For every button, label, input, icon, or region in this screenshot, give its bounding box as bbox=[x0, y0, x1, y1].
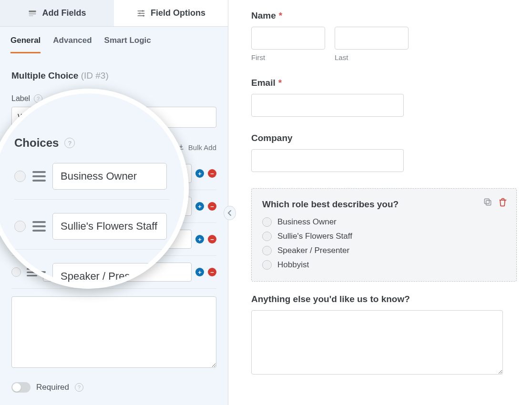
radio-icon bbox=[262, 260, 272, 270]
mc-option-label: Sullie's Flowers Staff bbox=[277, 232, 352, 241]
field-type-name: Multiple Choice bbox=[11, 71, 78, 81]
email-label-text: Email bbox=[251, 78, 276, 88]
remove-choice-button[interactable]: − bbox=[208, 202, 216, 211]
tab-add-fields-label: Add Fields bbox=[42, 8, 86, 18]
extra-field-label: Anything else you'd like us to know? bbox=[251, 294, 517, 304]
required-asterisk: * bbox=[278, 78, 282, 88]
magnifier-choice-row bbox=[14, 163, 170, 190]
tab-field-options-label: Field Options bbox=[151, 8, 205, 18]
mc-field-label: Which role best describes you? bbox=[262, 199, 506, 210]
last-name-input[interactable] bbox=[335, 27, 409, 50]
default-radio[interactable] bbox=[11, 267, 21, 277]
duplicate-icon[interactable] bbox=[483, 197, 492, 207]
email-field-label: Email * bbox=[251, 78, 517, 88]
last-sublabel: Last bbox=[335, 53, 409, 61]
description-textarea[interactable] bbox=[11, 296, 216, 368]
help-icon[interactable]: ? bbox=[75, 383, 83, 392]
required-label: Required bbox=[36, 383, 69, 392]
magnifier-choice-input bbox=[52, 213, 167, 240]
selected-field-actions bbox=[483, 197, 508, 207]
svg-rect-6 bbox=[486, 201, 491, 205]
svg-rect-0 bbox=[29, 10, 36, 12]
name-field-label: Name * bbox=[251, 10, 517, 21]
chevron-left-icon bbox=[227, 210, 232, 216]
remove-choice-button[interactable]: − bbox=[208, 235, 216, 243]
subtab-smart-logic[interactable]: Smart Logic bbox=[104, 36, 151, 53]
company-label-text: Company bbox=[251, 133, 293, 143]
selected-multiple-choice-field[interactable]: Which role best describes you? Business … bbox=[251, 188, 517, 282]
subtab-general[interactable]: General bbox=[10, 36, 41, 53]
magnifier-choice-input bbox=[52, 163, 167, 190]
default-radio bbox=[14, 171, 26, 182]
radio-icon bbox=[262, 232, 272, 241]
company-input[interactable] bbox=[251, 149, 404, 172]
first-name-input[interactable] bbox=[251, 27, 325, 50]
add-choice-button[interactable]: + bbox=[195, 169, 204, 178]
collapse-sidebar-button[interactable] bbox=[224, 206, 236, 220]
mc-option[interactable]: Business Owner bbox=[262, 217, 506, 227]
add-fields-icon bbox=[28, 9, 37, 18]
required-toggle[interactable] bbox=[11, 382, 31, 393]
tab-field-options[interactable]: Field Options bbox=[114, 0, 228, 26]
default-radio bbox=[14, 221, 26, 232]
subtab-bar: General Advanced Smart Logic bbox=[0, 27, 228, 53]
mc-option[interactable]: Hobbyist bbox=[262, 260, 506, 270]
mc-option[interactable]: Sullie's Flowers Staff bbox=[262, 232, 506, 241]
magnifier-choices-heading: Choices ? bbox=[14, 136, 170, 150]
svg-rect-7 bbox=[484, 199, 489, 203]
svg-rect-2 bbox=[29, 15, 33, 16]
required-row: Required ? bbox=[11, 382, 216, 393]
name-label-text: Name bbox=[251, 10, 276, 21]
mc-option-label: Business Owner bbox=[277, 217, 337, 227]
mc-label-text: Which role best describes you? bbox=[262, 199, 399, 210]
extra-label-text: Anything else you'd like us to know? bbox=[251, 294, 410, 304]
bulk-add-link[interactable]: Bulk Add bbox=[178, 143, 216, 152]
magnifier-choices-label: Choices bbox=[14, 136, 59, 150]
mc-option-label: Hobbyist bbox=[277, 260, 309, 270]
sliders-icon bbox=[136, 9, 146, 18]
magnifier-choice-row bbox=[14, 213, 170, 240]
bulk-add-label: Bulk Add bbox=[188, 143, 216, 152]
field-type-heading: Multiple Choice (ID #3) bbox=[11, 71, 216, 81]
mc-options-list: Business Owner Sullie's Flowers Staff Sp… bbox=[262, 217, 506, 270]
mc-option-label: Speaker / Presenter bbox=[277, 246, 349, 255]
remove-choice-button[interactable]: − bbox=[208, 169, 216, 178]
radio-icon bbox=[262, 217, 272, 227]
mc-option[interactable]: Speaker / Presenter bbox=[262, 246, 506, 255]
email-input[interactable] bbox=[251, 94, 404, 117]
company-field-label: Company bbox=[251, 133, 517, 143]
extra-textarea[interactable] bbox=[251, 310, 503, 375]
top-tab-bar: Add Fields Field Options bbox=[0, 0, 228, 27]
svg-point-4 bbox=[139, 12, 141, 14]
app-root: Add Fields Field Options General Advance… bbox=[0, 0, 532, 405]
svg-point-5 bbox=[143, 15, 144, 16]
subtab-advanced[interactable]: Advanced bbox=[53, 36, 92, 53]
drag-handle-icon bbox=[32, 221, 46, 232]
field-id: (ID #3) bbox=[81, 71, 109, 81]
remove-choice-button[interactable]: − bbox=[208, 268, 216, 276]
required-asterisk: * bbox=[279, 10, 282, 21]
add-choice-button[interactable]: + bbox=[195, 202, 204, 211]
add-choice-button[interactable]: + bbox=[195, 268, 204, 276]
add-choice-button[interactable]: + bbox=[195, 235, 204, 243]
radio-icon bbox=[262, 246, 272, 255]
drag-handle-icon bbox=[32, 171, 46, 182]
label-caption: Label bbox=[11, 94, 30, 103]
trash-icon[interactable] bbox=[498, 197, 508, 207]
svg-rect-1 bbox=[29, 13, 36, 14]
name-inputs: First Last bbox=[251, 27, 517, 61]
first-sublabel: First bbox=[251, 53, 325, 61]
svg-point-3 bbox=[142, 10, 143, 11]
tab-add-fields[interactable]: Add Fields bbox=[0, 0, 114, 26]
form-preview: Name * First Last Email * Company bbox=[228, 0, 532, 405]
help-icon: ? bbox=[64, 138, 75, 148]
